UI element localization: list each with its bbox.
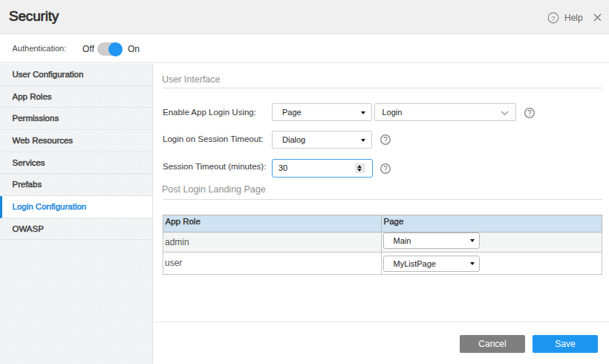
svg-text:?: ? [383, 135, 388, 144]
svg-text:?: ? [383, 164, 388, 173]
svg-text:?: ? [527, 108, 532, 117]
svg-text:?: ? [551, 14, 555, 22]
